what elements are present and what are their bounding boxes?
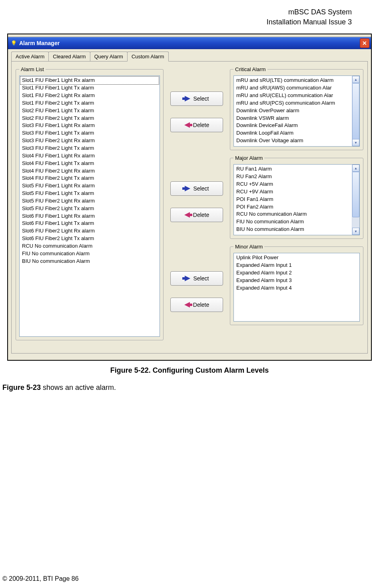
list-item[interactable]: Slot4 FIU Fiber1 Light Tx alarm [20,160,159,167]
list-item[interactable]: POI Fan1 Alarm [235,196,351,203]
alarm-manager-window: 💡 Alarm Manager ✕ Active Alarm Cleared A… [7,34,372,361]
arrow-right-icon [185,96,190,101]
critical-listbox[interactable]: mRU and sRU(LTE) communication AlarmmRU … [233,75,352,147]
list-item[interactable]: Slot1 FIU Fiber1 Light Rx alarm [20,77,159,84]
scroll-down-icon[interactable]: ▼ [352,139,359,146]
list-item[interactable]: Slot6 FIU Fiber2 Light Rx alarm [20,227,159,235]
tab-query-alarm[interactable]: Query Alarm [90,52,128,61]
delete-label: Delete [193,212,209,218]
list-item[interactable]: Slot3 FIU Fiber2 Light Rx alarm [20,137,159,145]
list-item[interactable]: Downlink VSWR alarm [235,115,351,122]
window-title: Alarm Manager [19,40,60,46]
list-item[interactable]: Slot4 FIU Fiber2 Light Tx alarm [20,175,159,182]
close-icon: ✕ [362,40,367,46]
list-item[interactable]: Slot5 FIU Fiber1 Light Rx alarm [20,182,159,190]
list-item[interactable]: Slot1 FIU Fiber2 Light Rx alarm [20,92,159,99]
body-paragraph: Figure 5-23 shows an active alarm. [2,383,379,392]
scroll-up-icon[interactable]: ▲ [352,76,359,83]
list-item[interactable]: Expanded Alarm Input 2 [235,269,359,277]
list-item[interactable]: Slot4 FIU Fiber1 Light Rx alarm [20,152,159,160]
list-item[interactable]: RCU No communication Alarm [20,242,159,250]
list-item[interactable]: Expanded Alarm Input 4 [235,284,359,292]
major-select-button[interactable]: Select [170,181,223,196]
major-scrollbar[interactable]: ▲ ▼ [352,164,360,235]
select-label: Select [193,185,209,192]
list-item[interactable]: Slot1 FIU Fiber2 Light Tx alarm [20,99,159,107]
list-item[interactable]: mRU and sRU(CELL) communication Alar [235,92,351,99]
scroll-down-icon[interactable]: ▼ [352,228,359,235]
list-item[interactable]: RCU +9V Alarm [235,188,351,196]
list-item[interactable]: Slot2 FIU Fiber1 Light Tx alarm [20,107,159,115]
list-item[interactable]: Slot5 FIU Fiber1 Light Tx alarm [20,190,159,197]
list-item[interactable]: mRU and sRU(PCS) communication Alarm [235,99,351,107]
list-item[interactable]: Expanded Alarm Input 1 [235,262,359,269]
list-item[interactable]: Downlink LoopFail Alarm [235,129,351,137]
critical-scrollbar[interactable]: ▲ ▼ [352,75,360,147]
header-line1: mBSC DAS System [0,7,352,17]
list-item[interactable]: RCU No communication Alarm [235,211,351,218]
custom-alarm-panel: Alarm List Slot1 FIU Fiber1 Light Rx ala… [11,61,368,354]
list-item[interactable]: RCU +5V Alarm [235,181,351,188]
list-item[interactable]: Downlink DeviceFail Alarm [235,122,351,129]
alarm-list-legend: Alarm List [19,66,46,72]
select-label: Select [193,95,209,102]
bulb-icon: 💡 [10,40,17,46]
delete-label: Delete [193,302,209,308]
arrow-left-icon [184,212,190,218]
major-delete-button[interactable]: Delete [170,208,223,222]
tab-custom-alarm[interactable]: Custom Alarm [127,52,169,62]
list-item[interactable]: Slot3 FIU Fiber1 Light Tx alarm [20,129,159,137]
list-item[interactable]: RU Fan1 Alarm [235,165,351,173]
list-item[interactable]: Slot4 FIU Fiber2 Light Rx alarm [20,167,159,175]
list-item[interactable]: Slot6 FIU Fiber1 Light Tx alarm [20,220,159,227]
list-item[interactable]: Slot6 FIU Fiber1 Light Rx alarm [20,213,159,220]
list-item[interactable]: POI Fan2 Alarm [235,203,351,211]
header-line2: Installation Manual Issue 3 [0,17,352,27]
minor-delete-button[interactable]: Delete [170,298,223,312]
critical-legend: Critical Alarm [233,66,267,72]
minor-listbox[interactable]: Uplink Pilot PowerExpanded Alarm Input 1… [233,253,360,322]
list-item[interactable]: Slot3 FIU Fiber2 Light Tx alarm [20,145,159,152]
list-item[interactable]: Slot5 FIU Fiber2 Light Tx alarm [20,205,159,213]
list-item[interactable]: Slot1 FIU Fiber1 Light Tx alarm [20,84,159,92]
list-item[interactable]: FIU No communication Alarm [235,218,351,226]
page-footer: © 2009‐2011, BTI Page 86 [2,575,79,582]
arrow-left-icon [184,122,190,128]
body-suffix: shows an active alarm. [41,383,116,391]
list-item[interactable]: Slot5 FIU Fiber2 Light Rx alarm [20,197,159,205]
alarm-list-group: Alarm List Slot1 FIU Fiber1 Light Rx ala… [16,66,164,340]
list-item[interactable]: Slot6 FIU Fiber2 Light Tx alarm [20,235,159,242]
major-alarm-group: Major Alarm RU Fan1 AlarmRU Fan2 AlarmRC… [230,155,363,239]
list-item[interactable]: Slot2 FIU Fiber2 Light Tx alarm [20,115,159,122]
figure-caption: Figure 5-22. Configuring Custom Alarm Le… [0,366,379,375]
tab-active-alarm[interactable]: Active Alarm [11,52,49,61]
scroll-up-icon[interactable]: ▲ [352,165,359,172]
list-item[interactable]: BIU No communication Alarm [20,258,159,265]
list-item[interactable]: FIU No communication Alarm [20,250,159,258]
minor-select-button[interactable]: Select [170,271,223,286]
arrow-right-icon [185,186,190,191]
tab-cleared-alarm[interactable]: Cleared Alarm [48,52,90,61]
select-label: Select [193,275,209,282]
list-item[interactable]: mRU and sRU(LTE) communication Alarm [235,77,351,84]
list-item[interactable]: RU Fan2 Alarm [235,173,351,181]
close-button[interactable]: ✕ [360,38,369,48]
list-item[interactable]: Downlink OverPower alarm [235,107,351,115]
critical-delete-button[interactable]: Delete [170,118,223,132]
list-item[interactable]: Expanded Alarm Input 3 [235,277,359,284]
list-item[interactable]: Slot3 FIU Fiber1 Light Rx alarm [20,122,159,129]
major-listbox[interactable]: RU Fan1 AlarmRU Fan2 AlarmRCU +5V AlarmR… [233,164,352,235]
minor-legend: Minor Alarm [233,244,264,250]
critical-alarm-group: Critical Alarm mRU and sRU(LTE) communic… [230,66,363,150]
arrow-left-icon [184,302,190,308]
critical-select-button[interactable]: Select [170,91,223,106]
list-item[interactable]: BIU No communication Alarm [235,226,351,233]
alarm-list-listbox[interactable]: Slot1 FIU Fiber1 Light Rx alarmSlot1 FIU… [19,75,160,337]
list-item[interactable]: mRU and sRU(AWS) communication Alar [235,84,351,92]
tab-strip: Active Alarm Cleared Alarm Query Alarm C… [11,52,368,61]
minor-alarm-group: Minor Alarm Uplink Pilot PowerExpanded A… [230,244,363,325]
list-item[interactable]: Downlink Over Voltage alarm [235,137,351,145]
arrow-right-icon [185,276,190,281]
list-item[interactable]: Uplink Pilot Power [235,254,359,262]
major-legend: Major Alarm [233,155,264,161]
